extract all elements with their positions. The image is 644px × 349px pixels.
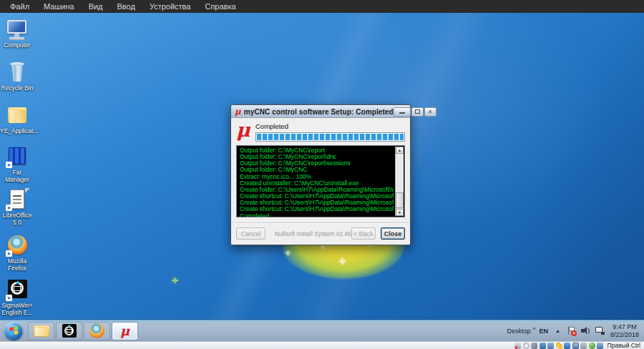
explorer-folder-icon (34, 325, 49, 337)
action-center-alert-badge: ✕ (571, 330, 577, 336)
wallpaper-sparkle: ✛ (338, 256, 346, 267)
install-log-line: Output folder: C:\MyCNC (240, 167, 394, 173)
desktop-icon-label: LibreOffice 5.0 (0, 212, 34, 226)
vbox-shared-clipboard-icon[interactable] (556, 343, 562, 349)
windows-taskbar: μ Desktop » EN ▲ ✕ 9:47 PM 8/22/2018 (0, 320, 644, 341)
vbox-menu-item[interactable]: Файл (3, 0, 36, 13)
wallpaper-sprout-sparkle: ✛ (172, 276, 178, 285)
shortcut-arrow-icon: ➤ (6, 295, 12, 301)
progress-bar (255, 132, 405, 142)
system-tray: Desktop » EN ▲ ✕ 9:47 PM 8/22/2018 (507, 323, 642, 338)
installer-dialog: μ myCNC control software Setup: Complete… (230, 104, 411, 245)
install-log-line: Create shortcut: C:\Users\H7\AppData\Roa… (240, 193, 394, 200)
dialog-title: myCNC control software Setup: Completed (244, 108, 394, 116)
install-log-line: Extract: mycnc.ico... 100% (240, 174, 394, 180)
desktop-toolbar-label[interactable]: Desktop (507, 328, 531, 335)
vbox-hdd-icon[interactable] (514, 343, 521, 349)
desktop-icon-label: YE_Applicat... (0, 128, 34, 135)
install-log-line: Completed (240, 213, 394, 217)
vbox-display-icon[interactable] (572, 343, 579, 349)
windows-logo-icon (9, 326, 18, 335)
nsis-brand-label: Nullsoft Install System v2.46 (275, 230, 351, 237)
taskbar-button-sigmawin[interactable] (56, 322, 82, 340)
taskbar-button-firefox[interactable] (84, 322, 110, 340)
vbox-menu-item[interactable]: Ввод (110, 0, 142, 13)
shortcut-arrow-icon: ➤ (6, 250, 12, 257)
log-scrollbar[interactable]: ▲ ▼ (395, 147, 404, 216)
desktop-icon-sigmawin[interactable]: ➤ SigmaWin+ English E... (0, 279, 34, 316)
network-icon[interactable] (595, 326, 605, 335)
scrollbar-thumb[interactable] (396, 192, 404, 208)
minimize-button[interactable] (394, 107, 411, 117)
mycnc-mu-icon: μ (120, 325, 130, 338)
install-log[interactable]: Output folder: C:\MyCNC\reportOutput fol… (236, 145, 405, 217)
sigmawin-icon: ➤ (5, 279, 29, 301)
vbox-menu-item[interactable]: Устройства (142, 0, 198, 13)
install-status-label: Completed (255, 122, 405, 130)
taskbar-button-mycnc-setup[interactable]: μ (112, 322, 138, 340)
taskbar-clock[interactable]: 9:47 PM 8/22/2018 (610, 323, 639, 338)
install-log-line: Create shortcut: C:\Users\H7\AppData\Roa… (240, 206, 394, 212)
back-button[interactable]: < Back (351, 227, 376, 240)
vbox-menu-item[interactable]: Машина (36, 0, 82, 13)
vbox-menu-item[interactable]: Справка (197, 0, 243, 13)
show-hidden-icons-button[interactable]: ▲ (555, 328, 560, 333)
close-window-button[interactable]: ✕ (424, 107, 436, 117)
taskbar-button-explorer[interactable] (28, 322, 54, 340)
desktop-icon-firefox[interactable]: ➤ Mozilla Firefox (0, 235, 34, 272)
desktop-icon-label: Recycle Bin (0, 85, 34, 92)
install-log-line: Output folder: C:\MyCNC\report\dnc (240, 154, 394, 160)
firefox-icon: ➤ (5, 235, 29, 257)
desktop-icon-far-manager[interactable]: ➤ Far Manager (0, 146, 34, 183)
desktop-icon-recycle-bin[interactable]: Recycle Bin (0, 62, 34, 92)
virtualbox-vm-screen: ФайлМашинаВидВводУстройстваСправка ✛ ✛ ✛… (0, 0, 644, 349)
desktop-icon-label: SigmaWin+ English E... (0, 303, 34, 316)
install-log-line: Created uninstaller: C:\MyCNC\uninstall.… (240, 180, 394, 187)
install-log-line: Output folder: C:\MyCNC\report\sessions (240, 160, 394, 167)
vbox-network-icon[interactable] (540, 343, 546, 349)
vbox-usb-icon[interactable] (547, 343, 554, 349)
install-log-line: Output folder: C:\MyCNC\report (240, 147, 394, 154)
vbox-statusbar: Правый Ctrl (0, 341, 644, 349)
vbox-menubar: ФайлМашинаВидВводУстройстваСправка (0, 0, 644, 13)
desktop-icon-computer[interactable]: Computer (0, 19, 34, 49)
vbox-shared-folders-icon[interactable] (564, 343, 570, 349)
toolbar-overflow-chevron-icon[interactable]: » (533, 326, 535, 331)
vbox-menu-item[interactable]: Вид (82, 0, 110, 13)
vbox-optical-disc-icon[interactable] (523, 343, 530, 349)
mycnc-logo-icon: μ (236, 122, 255, 139)
clock-time: 9:47 PM (610, 323, 639, 331)
desktop-icon-label: Computer (0, 42, 34, 49)
desktop-icon-label: Far Manager (0, 169, 34, 183)
firefox-icon (89, 323, 104, 338)
recycle-bin-icon (5, 62, 29, 84)
vbox-features-icon[interactable] (589, 343, 595, 349)
vbox-video-capture-icon[interactable] (580, 343, 587, 349)
computer-icon (5, 19, 29, 41)
volume-speaker-icon[interactable] (581, 326, 590, 335)
desktop-icon-libreoffice[interactable]: ➤ LibreOffice 5.0 (0, 189, 34, 226)
shortcut-arrow-icon: ➤ (6, 162, 12, 168)
install-log-line: Create shortcut: C:\Users\H7\AppData\Roa… (240, 200, 394, 206)
sigmawin-icon (62, 324, 77, 338)
scroll-down-arrow-icon[interactable]: ▼ (396, 209, 404, 216)
far-manager-icon: ➤ (5, 146, 29, 168)
progress-bar-fill (257, 134, 404, 140)
dialog-body: μ Completed Output folder: C:\MyCNC\repo… (231, 117, 410, 245)
scroll-up-arrow-icon[interactable]: ▲ (396, 147, 404, 154)
vbox-audio-icon[interactable] (531, 343, 537, 349)
close-button[interactable]: Close (381, 227, 405, 240)
windows-desktop: ✛ ✛ ✛ ✛ ✛ Computer Recycle Bin YE_Applic… (0, 13, 644, 320)
start-button[interactable] (4, 322, 23, 340)
desktop-icon-ye-application[interactable]: YE_Applicat... (0, 104, 34, 135)
dialog-titlebar[interactable]: μ myCNC control software Setup: Complete… (231, 105, 410, 117)
clock-date: 8/22/2018 (610, 331, 639, 339)
maximize-button[interactable] (411, 107, 424, 117)
wallpaper-sparkle: ✛ (285, 249, 291, 257)
libreoffice-icon: ➤ (5, 189, 29, 211)
vbox-mouse-integration-icon[interactable] (597, 343, 603, 349)
action-center-flag-icon[interactable]: ✕ (567, 326, 576, 335)
folder-icon (5, 104, 29, 127)
cancel-button[interactable]: Cancel (236, 227, 265, 240)
language-indicator[interactable]: EN (540, 328, 549, 335)
